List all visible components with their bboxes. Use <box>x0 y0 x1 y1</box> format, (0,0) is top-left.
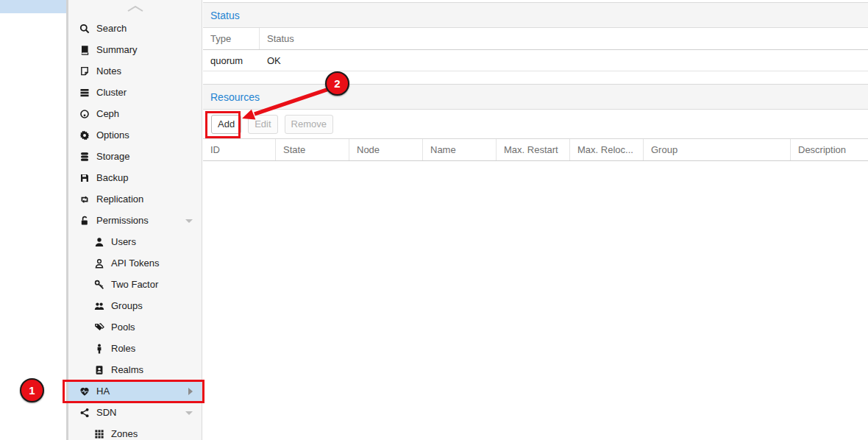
cluster-icon <box>78 87 90 98</box>
sidebar-item-two-factor[interactable]: Two Factor <box>68 274 202 295</box>
sidebar-item-backup[interactable]: Backup <box>68 167 202 188</box>
sidebar-item-summary[interactable]: Summary <box>68 39 202 60</box>
annotation-step-1-badge: 1 <box>20 378 44 402</box>
sidebar-item-pools[interactable]: Pools <box>68 316 202 338</box>
sidebar-item-permissions[interactable]: Permissions <box>68 210 202 231</box>
sidebar-item-groups[interactable]: Groups <box>68 295 202 316</box>
database-icon <box>78 151 90 162</box>
annotation-step-number: 1 <box>29 384 35 397</box>
sidebar-item-sdn[interactable]: SDN <box>68 402 202 423</box>
sidebar-item-label: Groups <box>111 300 143 311</box>
edit-button[interactable]: Edit <box>248 115 277 134</box>
chevron-down-icon[interactable] <box>185 411 193 415</box>
sidebar-item-label: Zones <box>111 428 138 439</box>
collapse-up-icon[interactable] <box>126 5 145 13</box>
column-header-state[interactable]: State <box>276 139 349 160</box>
column-header-id[interactable]: ID <box>203 139 276 160</box>
column-header-node[interactable]: Node <box>349 139 423 160</box>
heartbeat-icon <box>78 386 90 397</box>
table-row[interactable]: quorum OK <box>203 50 868 71</box>
book-icon <box>78 44 90 55</box>
sidebar-item-storage[interactable]: Storage <box>68 146 202 167</box>
column-header-group[interactable]: Group <box>644 139 791 160</box>
network-icon <box>78 407 90 418</box>
sidebar-item-label: SDN <box>96 407 116 418</box>
sidebar-item-label: Notes <box>96 65 121 77</box>
floppy-icon <box>78 172 90 183</box>
sidebar-item-ceph[interactable]: Ceph <box>68 103 202 124</box>
sidebar-item-label: Users <box>111 236 136 247</box>
replication-icon <box>78 194 90 205</box>
sidebar-item-ha[interactable]: HA <box>68 380 202 402</box>
key-icon <box>93 279 105 290</box>
person-icon <box>93 343 105 354</box>
sidebar-item-label: Summary <box>96 44 138 55</box>
background-tree-selection <box>0 0 66 13</box>
remove-button[interactable]: Remove <box>285 115 333 134</box>
status-grid-header: Type Status <box>203 28 868 50</box>
sidebar-item-label: Storage <box>96 151 130 162</box>
sidebar-item-label: Replication <box>96 194 143 205</box>
sidebar-item-label: Realms <box>111 364 143 375</box>
id-badge-icon <box>93 364 105 375</box>
ceph-icon <box>78 108 90 119</box>
status-row-status: OK <box>260 50 868 71</box>
sidebar-item-label: API Tokens <box>111 258 160 269</box>
column-header-name[interactable]: Name <box>423 139 497 160</box>
user-outline-icon <box>93 258 105 269</box>
resources-panel-title: Resources <box>210 91 260 103</box>
search-icon <box>78 23 90 34</box>
sidebar-item-label: Roles <box>111 343 135 354</box>
column-header-type[interactable]: Type <box>203 28 260 49</box>
sidebar-item-replication[interactable]: Replication <box>68 188 202 210</box>
sidebar: Search Summary Notes Cluster Ceph Option… <box>68 0 202 440</box>
sidebar-item-search[interactable]: Search <box>68 18 202 39</box>
status-row-type: quorum <box>203 50 260 71</box>
users-icon <box>93 300 105 311</box>
sidebar-item-label: Options <box>96 129 129 141</box>
grid-icon <box>93 428 105 439</box>
annotation-step-number: 2 <box>334 77 340 90</box>
status-panel-title: Status <box>210 10 240 21</box>
resources-toolbar: Add Edit Remove <box>203 110 868 138</box>
status-panel-header: Status <box>203 3 868 28</box>
sidebar-item-cluster[interactable]: Cluster <box>68 82 202 103</box>
sidebar-item-label: Pools <box>111 322 135 333</box>
resources-panel-header: Resources <box>203 85 868 110</box>
sidebar-item-options[interactable]: Options <box>68 124 202 146</box>
chevron-down-icon[interactable] <box>185 219 193 223</box>
column-header-max-restart[interactable]: Max. Restart <box>497 139 570 160</box>
sidebar-item-api-tokens[interactable]: API Tokens <box>68 252 202 274</box>
sidebar-item-notes[interactable]: Notes <box>68 60 202 82</box>
sidebar-item-label: Cluster <box>96 87 127 98</box>
annotation-step-2-badge: 2 <box>325 71 349 96</box>
add-button[interactable]: Add <box>211 115 241 134</box>
sidebar-item-label: Ceph <box>96 108 119 119</box>
sidebar-item-label: Two Factor <box>111 279 158 290</box>
sidebar-item-roles[interactable]: Roles <box>68 338 202 359</box>
sidebar-item-label: HA <box>96 386 110 397</box>
content-area: Status Type Status quorum OK Resources A… <box>203 0 868 440</box>
user-icon <box>93 236 105 247</box>
column-header-status[interactable]: Status <box>260 28 868 49</box>
resources-grid-header: ID State Node Name Max. Restart Max. Rel… <box>203 138 868 161</box>
column-header-description[interactable]: Description <box>791 139 868 160</box>
chevron-right-icon[interactable] <box>188 388 193 395</box>
column-header-max-relocate[interactable]: Max. Reloc... <box>570 139 644 160</box>
tags-icon <box>93 322 105 333</box>
sidebar-item-zones[interactable]: Zones <box>68 423 202 440</box>
sidebar-item-label: Search <box>96 23 127 34</box>
unlock-icon <box>78 215 90 226</box>
sidebar-item-label: Permissions <box>96 215 149 226</box>
sidebar-item-users[interactable]: Users <box>68 231 202 252</box>
sidebar-item-label: Backup <box>96 172 128 183</box>
sidebar-item-realms[interactable]: Realms <box>68 359 202 380</box>
note-icon <box>78 65 90 77</box>
gear-icon <box>78 129 90 141</box>
sidebar-menu: Search Summary Notes Cluster Ceph Option… <box>68 18 202 440</box>
